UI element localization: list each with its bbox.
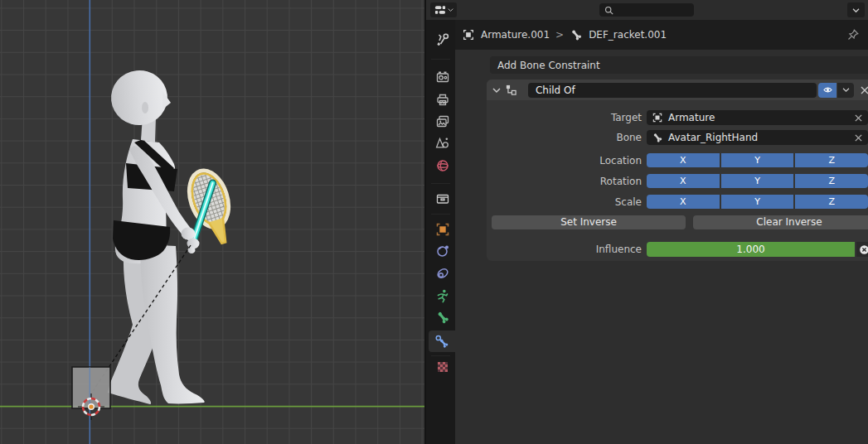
tab-object-properties[interactable] bbox=[429, 219, 455, 240]
rotation-z-toggle[interactable]: Z bbox=[795, 174, 868, 188]
tab-separator bbox=[431, 214, 450, 215]
bone-icon bbox=[652, 132, 663, 143]
object-icon bbox=[462, 28, 475, 41]
output-icon bbox=[435, 92, 450, 107]
rotation-row: Rotation X Y Z bbox=[487, 174, 868, 189]
physics-icon bbox=[435, 244, 450, 258]
tab-separator bbox=[431, 183, 450, 184]
scale-row: Scale X Y Z bbox=[487, 195, 868, 210]
collection-icon bbox=[435, 191, 450, 206]
close-icon bbox=[860, 85, 868, 95]
child-of-constraint-panel: Child Of bbox=[487, 80, 868, 261]
bone-value: Avatar_RightHand bbox=[668, 132, 849, 143]
constraint-panel-header: Child Of bbox=[487, 80, 868, 100]
scale-x-toggle[interactable]: X bbox=[647, 195, 720, 209]
tool-icon bbox=[435, 32, 450, 47]
clear-target-icon[interactable] bbox=[854, 113, 863, 123]
add-bone-constraint-label: Add Bone Constraint bbox=[497, 60, 600, 71]
clear-bone-icon[interactable] bbox=[854, 133, 863, 142]
tab-separator bbox=[431, 59, 450, 60]
eye-icon bbox=[822, 85, 833, 94]
constraint-visibility-toggle[interactable] bbox=[818, 83, 836, 98]
bone-row: Bone Avatar_RightHand bbox=[487, 130, 868, 145]
armature-root-box[interactable] bbox=[72, 367, 110, 408]
3d-viewport[interactable] bbox=[0, 0, 424, 444]
chevron-down-icon bbox=[448, 7, 453, 12]
rotation-x-toggle[interactable]: X bbox=[647, 174, 720, 188]
scale-z-toggle[interactable]: Z bbox=[795, 195, 868, 209]
target-field[interactable]: Armature bbox=[647, 110, 868, 125]
bone-label: Bone bbox=[487, 130, 642, 145]
tab-world-properties[interactable] bbox=[429, 155, 455, 176]
object-constraints-icon bbox=[435, 266, 450, 281]
armature-data-icon bbox=[435, 288, 450, 303]
child-of-constraint-icon bbox=[505, 84, 517, 96]
search-input[interactable] bbox=[617, 3, 686, 17]
tab-tool[interactable] bbox=[429, 29, 455, 51]
scale-y-toggle[interactable]: Y bbox=[721, 195, 794, 209]
target-label: Target bbox=[487, 110, 642, 125]
search-box[interactable] bbox=[599, 3, 694, 17]
pin-icon bbox=[846, 28, 860, 41]
editor-type-button[interactable] bbox=[430, 2, 457, 17]
viewport-scene bbox=[0, 0, 424, 444]
tab-render-properties[interactable] bbox=[429, 66, 455, 88]
bone-icon bbox=[570, 28, 583, 41]
bone-constraints-content: Add Bone Constraint Child Of bbox=[455, 50, 868, 444]
breadcrumb: Armature.001 > DEF_racket.001 bbox=[455, 20, 868, 50]
breadcrumb-object[interactable]: Armature.001 bbox=[481, 29, 550, 41]
location-z-toggle[interactable]: Z bbox=[795, 153, 868, 167]
clear-animation-button[interactable] bbox=[856, 242, 868, 257]
rotation-label: Rotation bbox=[487, 174, 642, 189]
tab-output-properties[interactable] bbox=[429, 89, 455, 110]
location-row: Location X Y Z bbox=[487, 153, 868, 168]
chevron-down-icon bbox=[852, 7, 860, 13]
view-layer-icon bbox=[435, 114, 450, 129]
clear-inverse-button[interactable]: Clear Inverse bbox=[693, 215, 868, 229]
tab-view-layer-properties[interactable] bbox=[429, 111, 455, 133]
rotation-y-toggle[interactable]: Y bbox=[721, 174, 794, 188]
target-value: Armature bbox=[668, 112, 849, 123]
scale-label: Scale bbox=[487, 195, 642, 210]
render-icon bbox=[435, 70, 450, 84]
header-dropdown-button[interactable] bbox=[847, 2, 865, 17]
constraint-extras-dropdown[interactable] bbox=[837, 83, 854, 98]
influence-slider[interactable]: 1.000 bbox=[647, 242, 855, 257]
hand bbox=[182, 228, 196, 240]
set-inverse-button[interactable]: Set Inverse bbox=[492, 215, 686, 229]
tab-scene-properties[interactable] bbox=[429, 133, 455, 154]
properties-editor-icon bbox=[434, 4, 446, 16]
object-icon bbox=[652, 112, 663, 123]
properties-tab-column bbox=[426, 20, 455, 444]
location-x-toggle[interactable]: X bbox=[647, 153, 720, 167]
ear bbox=[142, 102, 148, 113]
constraint-name-field[interactable]: Child Of bbox=[528, 83, 817, 98]
tab-texture-properties[interactable] bbox=[429, 356, 455, 378]
tab-bone-constraint-properties[interactable] bbox=[429, 331, 455, 352]
properties-header bbox=[426, 0, 868, 20]
tab-collection-properties[interactable] bbox=[429, 188, 455, 210]
tab-bone-properties[interactable] bbox=[429, 306, 455, 328]
bone-icon bbox=[435, 310, 450, 325]
search-icon bbox=[604, 6, 613, 15]
bone-field[interactable]: Avatar_RightHand bbox=[647, 130, 868, 145]
pin-button[interactable] bbox=[846, 28, 860, 41]
breadcrumb-bone[interactable]: DEF_racket.001 bbox=[589, 29, 667, 41]
scene-icon bbox=[435, 136, 450, 151]
tab-physics-properties[interactable] bbox=[429, 240, 455, 262]
chevron-down-icon bbox=[842, 87, 850, 93]
tab-object-constraint-properties[interactable] bbox=[429, 263, 455, 284]
add-bone-constraint-button[interactable]: Add Bone Constraint bbox=[490, 56, 868, 74]
influence-label: Influence bbox=[487, 242, 642, 257]
properties-editor: Armature.001 > DEF_racket.001 bbox=[424, 0, 868, 444]
constraint-delete-button[interactable] bbox=[860, 85, 868, 95]
panel-expand-icon[interactable] bbox=[492, 87, 501, 94]
object-icon bbox=[435, 222, 450, 237]
tab-object-data-properties[interactable] bbox=[429, 285, 455, 306]
target-row: Target Armature bbox=[487, 110, 868, 125]
location-y-toggle[interactable]: Y bbox=[721, 153, 794, 167]
influence-row: Influence 1.000 bbox=[487, 242, 868, 257]
breadcrumb-separator: > bbox=[555, 29, 564, 41]
location-label: Location bbox=[487, 153, 642, 168]
world-icon bbox=[435, 158, 450, 173]
